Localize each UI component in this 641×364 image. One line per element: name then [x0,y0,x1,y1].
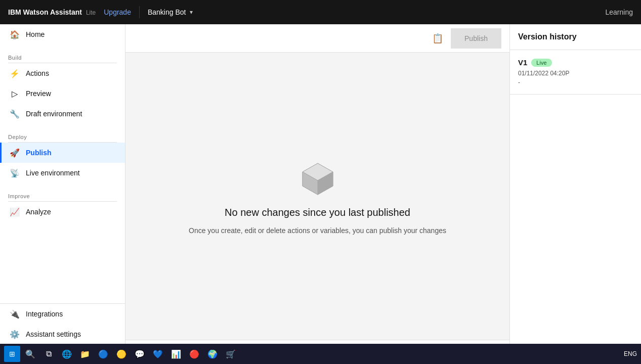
version-date: 01/11/2022 04:20P [518,70,633,77]
start-button[interactable]: ⊞ [4,346,20,362]
sidebar-item-actions[interactable]: ⚡ Actions [0,63,125,83]
sidebar-item-publish[interactable]: 🚀 Publish [0,143,125,163]
taskbar-chrome2[interactable]: 🟡 [113,346,130,362]
actions-icon: ⚡ [10,68,20,78]
chevron-down-icon: ▾ [190,9,193,16]
sidebar-item-actions-label: Actions [26,69,49,77]
taskbar-files[interactable]: 📁 [77,346,93,362]
publish-empty-state: No new changes since you last published … [125,53,509,340]
main-content: 📋 Publish No new changes since you last … [125,24,509,364]
main-toolbar: 📋 Publish [125,24,509,53]
taskbar-right-area: ENG [624,350,637,357]
learning-link[interactable]: Learning [606,8,633,16]
publish-button[interactable]: Publish [451,28,501,49]
sidebar: 🏠 Home Build ⚡ Actions ▷ Preview 🔧 Draft… [0,24,125,364]
version-history-panel: Version history V1 Live 01/11/2022 04:20… [509,24,641,364]
taskbar-edge[interactable]: 🌐 [59,346,75,362]
taskbar-teams[interactable]: 💬 [132,346,148,362]
sidebar-item-live-environment[interactable]: 📡 Live environment [0,163,125,183]
sidebar-item-analyze-label: Analyze [26,208,51,216]
lite-badge: Lite [86,9,96,16]
live-badge: Live [531,59,551,67]
sidebar-item-assistant-settings[interactable]: ⚙️ Assistant settings [0,324,125,344]
sidebar-item-draft-environment[interactable]: 🔧 Draft environment [0,104,125,124]
taskbar-chrome[interactable]: 🔵 [95,346,111,362]
taskbar-app2[interactable]: 🔴 [186,346,202,362]
sidebar-item-publish-label: Publish [26,149,52,157]
export-icon: 📋 [432,33,443,44]
integrations-icon: 🔌 [10,309,20,319]
bot-selector[interactable]: Banking Bot ▾ [148,8,193,16]
taskbar-app3[interactable]: 🌍 [204,346,221,362]
nav-divider [139,6,140,18]
sidebar-item-preview[interactable]: ▷ Preview [0,83,125,104]
version-history-title: Version history [510,24,641,50]
improve-section-label: Improve [0,187,125,201]
analyze-icon: 📈 [10,207,20,217]
app-body: 🏠 Home Build ⚡ Actions ▷ Preview 🔧 Draft… [0,24,641,364]
settings-icon: ⚙️ [10,329,20,339]
taskbar-store[interactable]: 🛒 [223,346,239,362]
version-label: V1 [518,58,527,67]
sidebar-item-integrations-label: Integrations [26,310,63,318]
sidebar-item-home-label: Home [26,30,45,38]
live-environment-icon: 📡 [10,168,20,178]
version-item: V1 Live 01/11/2022 04:20P - [510,50,641,95]
taskbar-search[interactable]: 🔍 [22,346,38,362]
sidebar-item-settings-label: Assistant settings [26,330,81,338]
publish-icon: 🚀 [10,148,20,158]
sidebar-item-home[interactable]: 🏠 Home [0,24,125,44]
deploy-section-label: Deploy [0,128,125,142]
taskbar-office[interactable]: 📊 [168,346,184,362]
windows-taskbar: ⊞ 🔍 ⧉ 🌐 📁 🔵 🟡 💬 💙 📊 🔴 🌍 🛒 ENG [0,344,641,364]
sidebar-item-analyze[interactable]: 📈 Analyze [0,202,125,222]
no-changes-title: No new changes since you last published [225,207,410,218]
taskbar-taskview[interactable]: ⧉ [40,346,57,362]
bot-name: Banking Bot [148,8,186,16]
top-navigation: IBM Watson Assistant Lite Upgrade Bankin… [0,0,641,24]
build-section-label: Build [0,49,125,63]
no-changes-subtitle: Once you create, edit or delete actions … [189,226,446,235]
home-icon: 🏠 [10,29,20,39]
taskbar-skype[interactable]: 💙 [150,346,166,362]
upgrade-link[interactable]: Upgrade [104,8,131,16]
brand-logo: IBM Watson Assistant Lite [8,8,96,16]
draft-environment-icon: 🔧 [10,109,20,119]
sidebar-item-preview-label: Preview [26,89,51,98]
taskbar-lang: ENG [624,350,637,357]
sidebar-item-live-label: Live environment [26,169,80,177]
preview-icon: ▷ [10,88,20,99]
version-description: - [518,79,633,86]
sidebar-item-integrations[interactable]: 🔌 Integrations [0,304,125,324]
brand-name: IBM Watson Assistant Lite [8,8,96,16]
cube-illustration [297,158,338,199]
version-item-header: V1 Live [518,58,633,67]
sidebar-item-draft-label: Draft environment [26,110,82,118]
export-icon-button[interactable]: 📋 [429,29,447,48]
